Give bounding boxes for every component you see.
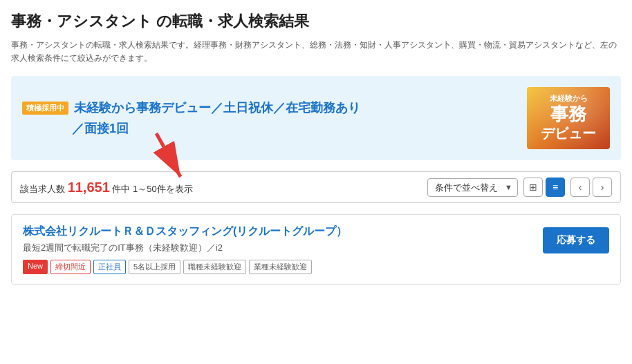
page-description: 事務・アシスタントの転職・求人検索結果です。経理事務・財務アシスタント、総務・法… — [11, 39, 621, 65]
results-bar: 該当求人数 11,651 件中 1～50件を表示 条件で並べ替え 新着順 給与順… — [11, 171, 621, 203]
results-suffix: 件中 1～50件を表示 — [112, 184, 192, 194]
results-prefix: 該当求人数 — [20, 184, 65, 194]
view-toggle: ⊞ ≡ — [523, 178, 565, 197]
job-banner[interactable]: 積極採用中 未経験から事務デビュー／土日祝休／在宅勤務あり ／面接1回 未経験か… — [11, 76, 621, 160]
results-controls: 条件で並べ替え 新着順 給与順 ▼ ⊞ ≡ ‹ › — [427, 178, 612, 197]
page-title: 事務・アシスタント の転職・求人検索結果 — [11, 11, 621, 32]
job-position: 最短2週間で転職完了のIT事務（未経験歓迎）／i2 — [23, 242, 532, 254]
prev-page-button[interactable]: ‹ — [570, 178, 590, 197]
page-nav-buttons: ‹ › — [570, 178, 612, 197]
tag-closing: 締切間近 — [50, 260, 91, 274]
sort-wrapper: 条件で並べ替え 新着順 給与順 ▼ — [427, 178, 518, 197]
list-view-button[interactable]: ≡ — [546, 178, 565, 197]
job-card: 株式会社リクルートＲ＆Ｄスタッフィング(リクルートグループ） 最短2週間で転職完… — [11, 214, 621, 285]
job-tags: New 締切間近 正社員 5名以上採用 職種未経験歓迎 業種未経験歓迎 — [23, 260, 532, 274]
banner-subtitle: ／面接1回 — [72, 120, 360, 137]
results-number: 11,651 — [68, 180, 110, 195]
tag-seishain: 正社員 — [93, 260, 126, 274]
tag-new: New — [23, 260, 48, 274]
apply-button[interactable]: 応募する — [543, 227, 609, 253]
tag-gyoshu-mikeiken: 業種未経験歓迎 — [249, 260, 312, 274]
banner-content: 積極採用中 未経験から事務デビュー／土日祝休／在宅勤務あり ／面接1回 — [22, 99, 360, 137]
sort-select[interactable]: 条件で並べ替え 新着順 給与順 — [427, 178, 518, 197]
banner-title: 未経験から事務デビュー／土日祝休／在宅勤務あり — [74, 99, 360, 116]
banner-image: 未経験から 事務 デビュー — [527, 87, 610, 149]
job-card-left: 株式会社リクルートＲ＆Ｄスタッフィング(リクルートグループ） 最短2週間で転職完… — [23, 224, 532, 274]
job-company-name[interactable]: 株式会社リクルートＲ＆Ｄスタッフィング(リクルートグループ） — [23, 224, 532, 239]
grid-view-button[interactable]: ⊞ — [523, 178, 543, 197]
tag-5nin: 5名以上採用 — [129, 260, 180, 274]
next-page-button[interactable]: › — [593, 178, 612, 197]
results-section: 該当求人数 11,651 件中 1～50件を表示 条件で並べ替え 新着順 給与順… — [11, 171, 621, 203]
job-card-top: 株式会社リクルートＲ＆Ｄスタッフィング(リクルートグループ） 最短2週間で転職完… — [23, 224, 609, 274]
banner-badge: 積極採用中 — [22, 102, 68, 115]
results-count: 該当求人数 11,651 件中 1～50件を表示 — [20, 180, 193, 195]
banner-top-row: 積極採用中 未経験から事務デビュー／土日祝休／在宅勤務あり — [22, 99, 360, 116]
tag-shokushu-mikeiken: 職種未経験歓迎 — [183, 260, 246, 274]
